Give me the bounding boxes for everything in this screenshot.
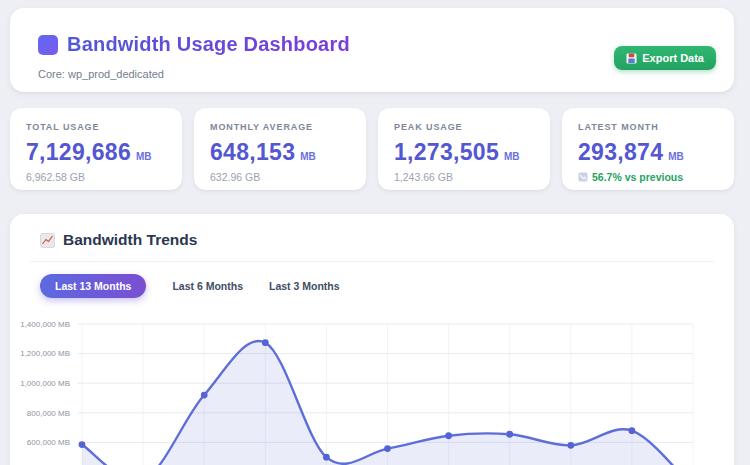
title-row: Bandwidth Usage Dashboard	[38, 33, 350, 56]
stat-card-latest-month: LATEST MONTH 293,874 MB 56.7% vs previou…	[562, 108, 734, 190]
bandwidth-trends-card: Bandwidth Trends Last 13 Months Last 6 M…	[10, 214, 734, 465]
stat-unit: MB	[668, 151, 684, 162]
stat-card-peak-usage: PEAK USAGE 1,273,505 MB 1,243.66 GB	[378, 108, 550, 190]
tab-last-13-months[interactable]: Last 13 Months	[40, 274, 146, 298]
stat-value: 1,273,505	[394, 139, 499, 166]
y-axis-tick-label: 600,000 MB	[27, 438, 70, 447]
stat-value: 293,874	[578, 139, 663, 166]
dashboard-logo-icon	[38, 35, 58, 55]
page-title: Bandwidth Usage Dashboard	[67, 33, 350, 56]
stat-value: 648,153	[210, 139, 295, 166]
stat-card-monthly-average: MONTHLY AVERAGE 648,153 MB 632.96 GB	[194, 108, 366, 190]
trends-section-title: Bandwidth Trends	[63, 231, 197, 249]
stat-unit: MB	[504, 151, 520, 162]
stat-unit: MB	[136, 151, 152, 162]
data-point[interactable]	[506, 431, 513, 438]
range-tabs: Last 13 Months Last 6 Months Last 3 Mont…	[40, 274, 340, 298]
stat-delta: 56.7% vs previous	[578, 171, 718, 183]
chart-decreasing-icon	[578, 172, 588, 182]
chart-canvas[interactable]: 1,400,000 MB1,200,000 MB1,000,000 MB800,…	[10, 310, 734, 465]
header-card: Bandwidth Usage Dashboard Core: wp_prod_…	[10, 8, 734, 92]
export-data-button[interactable]: Export Data	[614, 46, 716, 70]
data-point[interactable]	[567, 442, 574, 449]
stat-subtext: 632.96 GB	[210, 171, 350, 183]
data-point[interactable]	[629, 427, 636, 434]
data-point[interactable]	[262, 339, 269, 346]
stat-subtext: 1,243.66 GB	[394, 171, 534, 183]
core-subtitle: Core: wp_prod_dedicated	[38, 68, 164, 80]
stat-label: PEAK USAGE	[394, 122, 534, 132]
chart-increasing-icon	[40, 233, 55, 248]
y-axis-tick-label: 1,200,000 MB	[20, 349, 70, 358]
save-disk-icon	[626, 53, 637, 64]
data-point[interactable]	[201, 392, 208, 399]
stat-label: LATEST MONTH	[578, 122, 718, 132]
y-axis-tick-label: 1,000,000 MB	[20, 379, 70, 388]
stat-card-total-usage: TOTAL USAGE 7,129,686 MB 6,962.58 GB	[10, 108, 182, 190]
stat-label: MONTHLY AVERAGE	[210, 122, 350, 132]
stat-value: 7,129,686	[26, 139, 131, 166]
y-axis-tick-label: 1,400,000 MB	[20, 320, 70, 329]
tab-last-3-months[interactable]: Last 3 Months	[269, 274, 340, 298]
stat-subtext: 6,962.58 GB	[26, 171, 166, 183]
stat-label: TOTAL USAGE	[26, 122, 166, 132]
stat-delta-text: 56.7% vs previous	[592, 171, 683, 183]
tab-last-6-months[interactable]: Last 6 Months	[172, 274, 243, 298]
data-point[interactable]	[79, 441, 86, 448]
bandwidth-trends-chart[interactable]: 1,400,000 MB1,200,000 MB1,000,000 MB800,…	[10, 310, 734, 465]
data-point[interactable]	[445, 432, 452, 439]
data-point[interactable]	[323, 454, 330, 461]
export-data-label: Export Data	[642, 52, 704, 64]
divider	[30, 261, 714, 262]
stats-row: TOTAL USAGE 7,129,686 MB 6,962.58 GB MON…	[10, 108, 734, 190]
y-axis-tick-label: 800,000 MB	[27, 409, 70, 418]
data-point[interactable]	[384, 445, 391, 452]
stat-unit: MB	[300, 151, 316, 162]
